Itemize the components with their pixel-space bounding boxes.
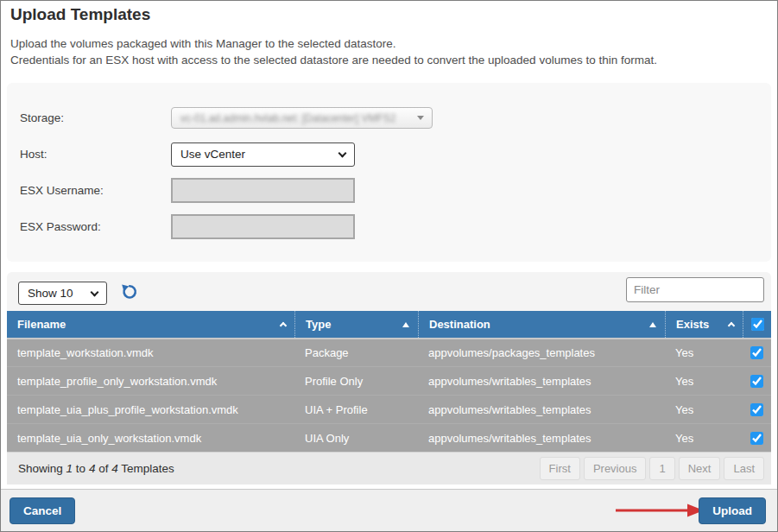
sort-triangle-icon [402,322,409,327]
cell-destination: appvolumes/writables_templates [418,367,665,395]
chevron-down-icon [338,149,347,157]
select-all-checkbox[interactable] [751,318,764,331]
summary-from: 1 [66,462,73,475]
cell-filename: template_uia_plus_profile_workstation.vm… [7,396,294,423]
annotation-arrow-icon [614,503,705,522]
summary-text: to [76,462,85,475]
pagination-first-button[interactable]: First [540,457,580,480]
host-select[interactable]: Use vCenter [171,142,355,167]
pagination-last-button[interactable]: Last [724,457,764,480]
storage-row: Storage: vc-01.ad.admin.hvlab.net: [Data… [20,105,771,130]
cell-type: UIA + Profile [294,396,418,423]
cell-destination: appvolumes/packages_templates [418,339,665,366]
summary-total: 4 [111,462,118,475]
table-header-row: Filename Type Destination Exists [7,311,771,338]
cell-type: Profile Only [294,367,418,395]
table-footer: Showing 1 to 4 of 4 Templates First Prev… [7,452,771,484]
pagination-previous-button[interactable]: Previous [584,457,647,480]
table-row[interactable]: template_uia_plus_profile_workstation.vm… [7,395,771,423]
pagination-next-button[interactable]: Next [679,457,721,480]
cell-exists: Yes [665,339,743,366]
chevron-down-icon [91,288,99,296]
sort-chevron-icon [280,322,287,329]
pagination: First Previous 1 Next Last [540,457,764,480]
cell-filename: template_uia_only_workstation.vmdk [7,424,294,452]
cell-exists: Yes [665,367,743,395]
row-checkbox[interactable] [750,375,763,388]
cell-select [743,424,771,452]
column-label: Exists [676,318,709,331]
esx-username-row: ESX Username: [20,178,771,203]
host-select-value: Use vCenter [180,148,245,161]
upload-button[interactable]: Upload [699,497,766,524]
sort-chevron-icon [728,322,735,329]
upload-templates-dialog: Upload Templates Upload the volumes pack… [0,0,778,532]
esx-password-label: ESX Password: [20,220,171,233]
cell-select [743,339,771,366]
column-label: Destination [429,318,490,331]
column-label: Type [306,318,331,331]
storage-select-value: vc-01.ad.admin.hvlab.net: [Datacenter] V… [180,112,395,124]
refresh-icon [121,290,138,303]
esx-username-field [171,178,355,203]
table-toolbar: Show 10 [7,272,771,311]
storage-select: vc-01.ad.admin.hvlab.net: [Datacenter] V… [171,107,433,129]
cell-filename: template_workstation.vmdk [7,339,294,366]
column-header-select-all [743,311,771,338]
column-header-exists[interactable]: Exists [665,311,743,338]
cell-type: Package [294,339,418,366]
page-title: Upload Templates [10,5,150,24]
templates-table-panel: Show 10 Filename Type [7,272,771,484]
cell-destination: appvolumes/writables_templates [418,396,665,423]
show-entries-select[interactable]: Show 10 [18,282,107,305]
sort-triangle-icon [649,322,656,327]
column-header-filename[interactable]: Filename [7,311,294,338]
row-checkbox[interactable] [750,432,763,445]
pagination-page-1-button[interactable]: 1 [649,457,674,480]
cell-exists: Yes [665,396,743,423]
cell-select [743,396,771,423]
cancel-button[interactable]: Cancel [9,497,75,524]
summary-text: Showing [18,462,63,475]
host-label: Host: [20,148,171,161]
esx-username-label: ESX Username: [20,184,171,197]
row-checkbox[interactable] [750,346,763,359]
summary-text: of [98,462,108,475]
table-row[interactable]: template_uia_only_workstation.vmdk UIA O… [7,423,771,452]
column-header-destination[interactable]: Destination [418,311,665,338]
refresh-button[interactable] [121,283,138,301]
show-entries-value: Show 10 [28,287,73,300]
table-body: template_workstation.vmdk Package appvol… [7,338,771,452]
table-row[interactable]: template_profile_only_workstation.vmdk P… [7,366,771,395]
esx-password-row: ESX Password: [20,214,771,239]
summary-text: Templates [121,462,174,475]
esx-password-field [171,214,355,239]
upload-form-panel: Storage: vc-01.ad.admin.hvlab.net: [Data… [7,83,771,262]
description-line-1: Upload the volumes packaged with this Ma… [10,35,657,52]
row-checkbox[interactable] [750,403,763,416]
summary-to: 4 [89,462,96,475]
table-row[interactable]: template_workstation.vmdk Package appvol… [7,338,771,366]
page-description: Upload the volumes packaged with this Ma… [10,35,657,68]
cell-filename: template_profile_only_workstation.vmdk [7,367,294,395]
action-bar: Cancel Upload [1,489,777,531]
host-row: Host: Use vCenter [20,142,771,167]
cell-select [743,367,771,395]
column-label: Filename [17,318,66,331]
showing-summary: Showing 1 to 4 of 4 Templates [18,462,174,475]
column-header-type[interactable]: Type [294,311,418,338]
description-line-2: Credentials for an ESX host with access … [10,52,657,68]
cell-exists: Yes [665,424,743,452]
cell-type: UIA Only [294,424,418,452]
storage-label: Storage: [20,111,171,124]
cell-destination: appvolumes/writables_templates [418,424,665,452]
dropdown-triangle-icon [417,116,424,120]
filter-input[interactable] [626,277,764,302]
